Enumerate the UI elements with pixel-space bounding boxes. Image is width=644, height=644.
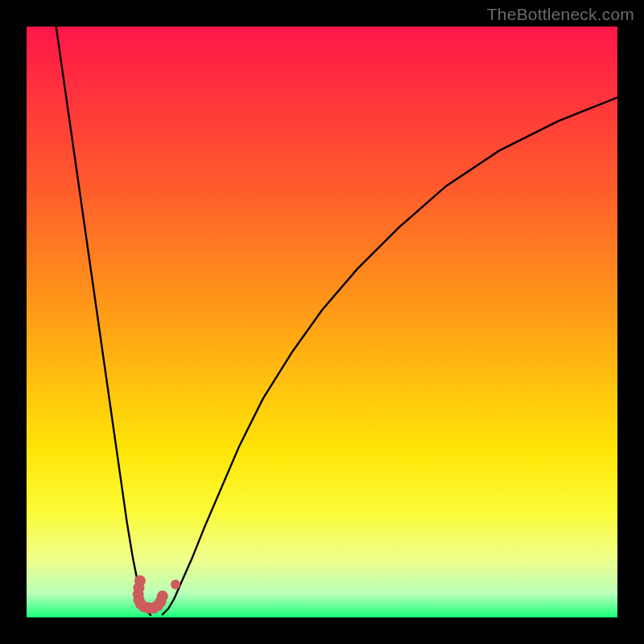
svg-point-11 <box>157 591 168 602</box>
plot-area <box>27 27 617 617</box>
dot-marker <box>171 580 180 589</box>
outer-frame: TheBottleneck.com <box>0 0 644 644</box>
chart-svg <box>27 27 617 617</box>
watermark-text: TheBottleneck.com <box>487 5 634 24</box>
left-curve <box>56 27 151 615</box>
hook-marker <box>133 575 168 613</box>
right-curve <box>163 97 617 614</box>
